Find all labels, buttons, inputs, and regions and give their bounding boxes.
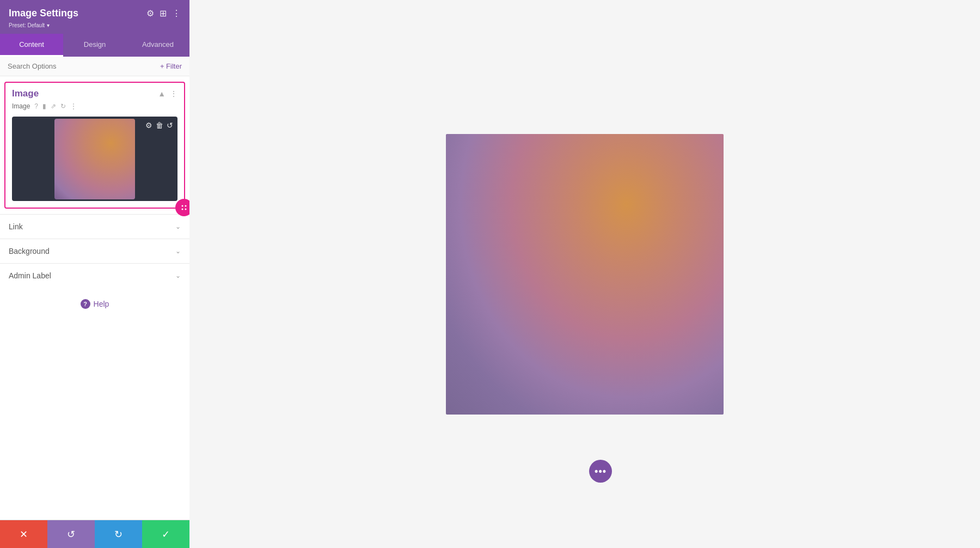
background-label: Background xyxy=(9,247,50,255)
filter-button[interactable]: + Filter xyxy=(160,62,182,70)
preset-label[interactable]: Preset: Default ▾ xyxy=(9,22,181,28)
svg-point-3 xyxy=(185,209,187,210)
cursor-icon[interactable]: ⇗ xyxy=(51,102,56,110)
svg-point-0 xyxy=(182,205,183,207)
canvas-image xyxy=(446,134,724,415)
section-more-icon[interactable]: ⋮ xyxy=(170,89,177,98)
image-preview-container: ⚙ 🗑 ↺ xyxy=(12,117,177,201)
background-chevron-icon: ⌄ xyxy=(175,247,181,255)
link-chevron-icon: ⌄ xyxy=(175,223,181,230)
preview-trash-icon[interactable]: 🗑 xyxy=(156,121,163,130)
options-icon[interactable]: ⋮ xyxy=(70,102,77,110)
sidebar-content: Image ▲ ⋮ Image ? ▮ ⇗ ↻ ⋮ ⚙ 🗑 xyxy=(0,76,189,520)
tab-content[interactable]: Content xyxy=(0,34,63,57)
preview-reset-icon[interactable]: ↺ xyxy=(167,121,173,130)
redo-button[interactable]: ↻ xyxy=(95,520,142,548)
cancel-button[interactable]: ✕ xyxy=(0,520,47,548)
sidebar: Image Settings ⚙ ⊞ ⋮ Preset: Default ▾ C… xyxy=(0,0,189,548)
collapse-icon[interactable]: ▲ xyxy=(158,89,166,98)
sidebar-header-top: Image Settings ⚙ ⊞ ⋮ xyxy=(9,8,181,19)
help-circle-icon[interactable]: ? xyxy=(34,102,38,110)
sidebar-title: Image Settings xyxy=(9,8,78,19)
floating-menu-button[interactable]: ••• xyxy=(589,460,612,483)
image-label-row: Image ? ▮ ⇗ ↻ ⋮ xyxy=(5,102,184,114)
sidebar-tabs: Content Design Advanced xyxy=(0,34,189,57)
undo-small-icon[interactable]: ↻ xyxy=(60,102,66,110)
sidebar-header-icons: ⚙ ⊞ ⋮ xyxy=(146,8,181,19)
search-bar: + Filter xyxy=(0,57,189,76)
preview-gear-icon[interactable]: ⚙ xyxy=(145,121,152,130)
mobile-icon[interactable]: ▮ xyxy=(42,102,46,110)
help-button[interactable]: ? Help xyxy=(81,299,109,309)
link-label: Link xyxy=(9,222,23,231)
link-section[interactable]: Link ⌄ xyxy=(0,214,189,239)
svg-point-1 xyxy=(185,205,187,207)
help-circle-btn-icon: ? xyxy=(81,299,90,309)
grid-icon[interactable]: ⊞ xyxy=(160,8,167,19)
tab-advanced[interactable]: Advanced xyxy=(126,34,189,57)
bottom-toolbar: ✕ ↺ ↻ ✓ xyxy=(0,520,189,548)
svg-point-2 xyxy=(182,209,183,210)
more-icon[interactable]: ⋮ xyxy=(172,8,181,19)
sidebar-header: Image Settings ⚙ ⊞ ⋮ Preset: Default ▾ xyxy=(0,0,189,34)
image-preview-toolbar: ⚙ 🗑 ↺ xyxy=(145,121,173,130)
save-button[interactable]: ✓ xyxy=(142,520,189,548)
settings-icon[interactable]: ⚙ xyxy=(146,8,154,19)
section-header: Image ▲ ⋮ xyxy=(5,83,184,102)
image-sub-label: Image xyxy=(12,102,30,110)
admin-label-section[interactable]: Admin Label ⌄ xyxy=(0,263,189,288)
drag-handle[interactable] xyxy=(175,199,189,216)
image-section-title: Image xyxy=(12,88,39,99)
search-input[interactable] xyxy=(8,62,160,70)
admin-label-label: Admin Label xyxy=(9,271,51,280)
image-preview xyxy=(54,119,135,199)
background-section[interactable]: Background ⌄ xyxy=(0,239,189,263)
image-section: Image ▲ ⋮ Image ? ▮ ⇗ ↻ ⋮ ⚙ 🗑 xyxy=(4,82,185,209)
section-header-icons: ▲ ⋮ xyxy=(158,89,177,98)
help-section: ? Help xyxy=(0,288,189,320)
tab-design[interactable]: Design xyxy=(63,34,126,57)
undo-button[interactable]: ↺ xyxy=(47,520,95,548)
main-canvas: ••• xyxy=(189,0,980,548)
admin-label-chevron-icon: ⌄ xyxy=(175,272,181,279)
